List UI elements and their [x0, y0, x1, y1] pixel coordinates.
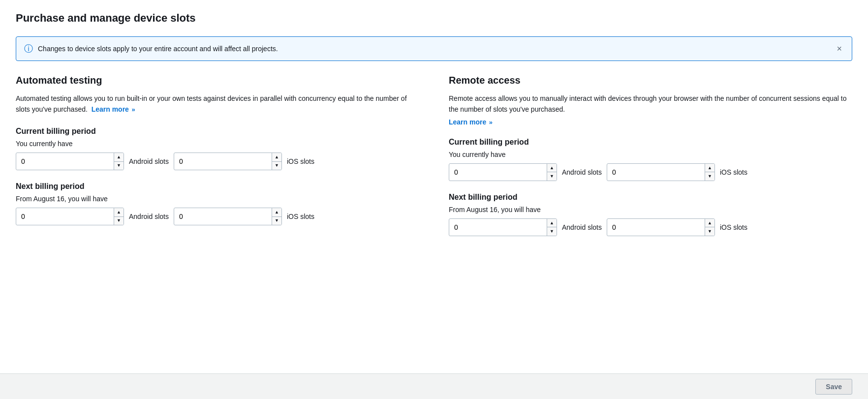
automated-testing-section: Automated testing Automated testing allo…: [16, 75, 419, 239]
remote-current-ios-input[interactable]: [607, 164, 705, 181]
automated-current-ios-input[interactable]: [174, 153, 272, 170]
automated-current-android-up-button[interactable]: ▲: [114, 153, 124, 162]
remote-next-ios-label: iOS slots: [720, 223, 747, 231]
automated-you-currently-label: You currently have: [16, 140, 419, 148]
automated-current-android-down-button[interactable]: ▼: [114, 162, 124, 170]
remote-current-android-input[interactable]: [449, 164, 547, 181]
automated-next-ios-label: iOS slots: [287, 213, 314, 220]
remote-next-ios-input[interactable]: [607, 219, 705, 236]
automated-next-android-down-button[interactable]: ▼: [114, 217, 124, 225]
remote-next-android-spinner: ▲ ▼: [547, 219, 557, 236]
remote-next-billing-title: Next billing period: [449, 193, 852, 202]
automated-from-text: From August 16, you will have: [16, 195, 419, 203]
automated-current-ios-label: iOS slots: [287, 157, 314, 165]
banner-close-button[interactable]: ×: [835, 44, 844, 53]
remote-current-android-input-wrapper: ▲ ▼: [449, 163, 557, 181]
automated-current-android-label: Android slots: [129, 157, 169, 165]
remote-current-ios-up-button[interactable]: ▲: [705, 164, 714, 173]
info-banner: ⓘ Changes to device slots apply to your …: [16, 36, 852, 61]
automated-description: Automated testing allows you to run buil…: [16, 93, 419, 115]
automated-current-android-input-wrapper: ▲ ▼: [16, 153, 124, 170]
automated-current-slots-row: ▲ ▼ Android slots ▲ ▼ iOS slots: [16, 153, 419, 170]
remote-next-android-input-wrapper: ▲ ▼: [449, 218, 557, 236]
automated-current-android-spinner: ▲ ▼: [114, 153, 124, 170]
remote-current-android-up-button[interactable]: ▲: [547, 164, 557, 173]
remote-next-ios-spinner: ▲ ▼: [705, 219, 714, 236]
automated-learn-more-link[interactable]: Learn more »: [92, 105, 135, 113]
automated-next-slots-row: ▲ ▼ Android slots ▲ ▼ iOS slots: [16, 208, 419, 225]
remote-next-android-down-button[interactable]: ▼: [547, 227, 557, 236]
automated-current-ios-input-wrapper: ▲ ▼: [174, 153, 282, 170]
automated-current-android-input[interactable]: [16, 153, 114, 170]
automated-next-ios-down-button[interactable]: ▼: [272, 217, 281, 225]
save-button[interactable]: Save: [815, 379, 852, 395]
automated-next-ios-spinner: ▲ ▼: [272, 208, 281, 225]
remote-current-ios-spinner: ▲ ▼: [705, 164, 714, 181]
automated-next-ios-input[interactable]: [174, 208, 272, 225]
info-icon: ⓘ: [24, 43, 33, 55]
remote-description: Remote access allows you to manually int…: [449, 93, 852, 115]
remote-learn-more-chevron-icon: »: [487, 119, 493, 126]
page-wrapper: Purchase and manage device slots ⓘ Chang…: [0, 0, 868, 399]
remote-from-text: From August 16, you will have: [449, 206, 852, 214]
remote-current-ios-input-wrapper: ▲ ▼: [607, 163, 715, 181]
remote-next-ios-input-wrapper: ▲ ▼: [607, 218, 715, 236]
remote-current-android-down-button[interactable]: ▼: [547, 172, 557, 181]
remote-section-title: Remote access: [449, 75, 852, 86]
automated-next-android-label: Android slots: [129, 213, 169, 220]
remote-next-android-input[interactable]: [449, 219, 547, 236]
automated-next-android-input[interactable]: [16, 208, 114, 225]
automated-next-android-up-button[interactable]: ▲: [114, 208, 124, 217]
remote-next-slots-row: ▲ ▼ Android slots ▲ ▼ iOS slots: [449, 218, 852, 236]
two-column-layout: Automated testing Automated testing allo…: [16, 75, 852, 239]
remote-next-ios-up-button[interactable]: ▲: [705, 219, 714, 228]
remote-current-slots-row: ▲ ▼ Android slots ▲ ▼ iOS slots: [449, 163, 852, 181]
automated-current-ios-spinner: ▲ ▼: [272, 153, 281, 170]
automated-next-ios-input-wrapper: ▲ ▼: [174, 208, 282, 225]
remote-current-billing-title: Current billing period: [449, 138, 852, 147]
automated-current-ios-up-button[interactable]: ▲: [272, 153, 281, 162]
remote-current-android-spinner: ▲ ▼: [547, 164, 557, 181]
remote-access-section: Remote access Remote access allows you t…: [449, 75, 852, 239]
automated-current-billing-title: Current billing period: [16, 127, 419, 136]
remote-current-android-label: Android slots: [562, 168, 602, 176]
info-banner-message: Changes to device slots apply to your en…: [38, 45, 278, 53]
remote-current-ios-label: iOS slots: [720, 168, 747, 176]
automated-next-billing-title: Next billing period: [16, 182, 419, 191]
learn-more-chevron-icon: »: [130, 106, 135, 113]
remote-you-currently-label: You currently have: [449, 151, 852, 158]
remote-current-ios-down-button[interactable]: ▼: [705, 172, 714, 181]
automated-section-title: Automated testing: [16, 75, 419, 86]
automated-next-ios-up-button[interactable]: ▲: [272, 208, 281, 217]
page-title: Purchase and manage device slots: [16, 12, 852, 25]
remote-learn-more-link[interactable]: Learn more »: [449, 118, 493, 126]
remote-next-android-label: Android slots: [562, 223, 602, 231]
automated-current-ios-down-button[interactable]: ▼: [272, 162, 281, 170]
automated-next-android-spinner: ▲ ▼: [114, 208, 124, 225]
footer-bar: Save: [0, 373, 868, 399]
remote-next-android-up-button[interactable]: ▲: [547, 219, 557, 228]
remote-next-ios-down-button[interactable]: ▼: [705, 227, 714, 236]
automated-next-android-input-wrapper: ▲ ▼: [16, 208, 124, 225]
info-banner-content: ⓘ Changes to device slots apply to your …: [24, 43, 278, 55]
